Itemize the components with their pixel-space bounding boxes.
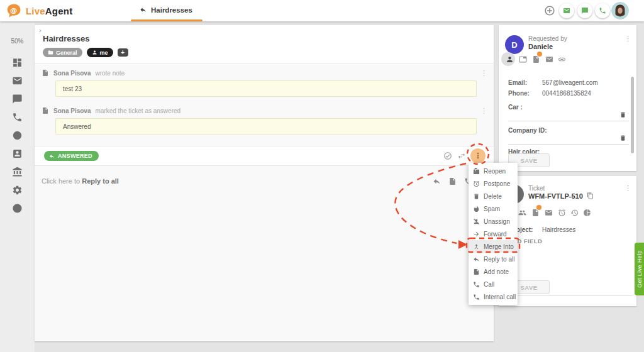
email-value[interactable]: 567@liveagent.com <box>542 79 598 86</box>
tab-hairdresses[interactable]: Hairdresses <box>131 0 201 19</box>
phone-value[interactable]: 00441868135824 <box>542 90 591 97</box>
collapse-chevron[interactable]: › <box>39 26 42 34</box>
message-action: wrote note <box>95 70 125 77</box>
ticket-tab-tickets-icon[interactable] <box>545 209 553 217</box>
company-id-field-input[interactable] <box>508 144 629 145</box>
car-field-label: Car : <box>508 104 523 111</box>
ticket-type-label: Ticket <box>528 185 545 192</box>
requested-by-label: Requested by <box>528 35 567 42</box>
notification-dot <box>537 52 542 57</box>
companies-icon[interactable] <box>12 167 23 177</box>
ticket-title: Hairdresses <box>43 34 89 43</box>
tab-label: Hairdresses <box>151 6 192 14</box>
badge-star-icon[interactable] <box>12 203 23 214</box>
ticket-tab-stats-icon[interactable] <box>583 209 591 217</box>
add-circle-icon <box>544 5 555 16</box>
message-author: Sona Pisova <box>53 107 91 114</box>
chat-icon <box>581 7 589 14</box>
agent-avatar[interactable] <box>611 2 629 19</box>
contact-tab-card-icon[interactable] <box>519 55 527 63</box>
settings-icon[interactable] <box>12 185 23 195</box>
ticket-badges: General me + <box>43 48 128 57</box>
svg-text:@: @ <box>10 6 17 14</box>
message-action: marked the ticket as answered <box>95 107 180 114</box>
trash-icon[interactable] <box>619 135 626 141</box>
car-field-input[interactable] <box>508 121 629 121</box>
message-header: Sona Pisova wrote note ⋮ <box>42 69 487 77</box>
brand-agent: Agent <box>45 6 73 16</box>
trash-icon[interactable] <box>619 111 626 118</box>
transfer-icon[interactable] <box>457 151 466 160</box>
liveagent-logo[interactable]: @ LiveAgent <box>6 3 72 19</box>
add-note-icon[interactable] <box>448 177 457 185</box>
contact-card-scrollbar[interactable] <box>631 77 634 153</box>
left-navigation-rail: 50% <box>0 23 35 352</box>
new-ticket-button[interactable] <box>559 3 574 18</box>
note-icon <box>473 268 480 275</box>
menu-item-delete[interactable]: Delete <box>469 190 518 202</box>
status-badge[interactable]: ANSWERED <box>44 151 99 161</box>
contacts-icon[interactable] <box>12 148 23 159</box>
folder-icon <box>48 50 53 55</box>
contact-tab-links-icon[interactable] <box>558 55 566 63</box>
alarm-icon <box>473 180 480 187</box>
contact-avatar[interactable]: D <box>505 35 524 54</box>
speech-bubble-logo-icon: @ <box>6 3 23 19</box>
menu-item-unassign[interactable]: Unassign <box>469 215 518 228</box>
assignee-badge[interactable]: me <box>87 48 113 57</box>
tickets-icon[interactable] <box>12 75 23 86</box>
menu-item-internal-call[interactable]: Internal call <box>469 290 518 303</box>
message-more-button[interactable]: ⋮ <box>480 106 487 115</box>
new-item-button[interactable] <box>542 3 557 18</box>
trash-icon <box>473 193 480 200</box>
notification-dot <box>536 205 541 210</box>
chats-icon[interactable] <box>12 94 23 104</box>
mailbox-icon <box>473 168 480 175</box>
reply-arrow-icon <box>140 6 147 13</box>
reply-arrow-icon <box>473 256 480 263</box>
add-tag-button[interactable]: + <box>118 48 128 57</box>
ticket-tab-history-icon[interactable] <box>570 209 579 217</box>
menu-item-reply-to-all[interactable]: Reply to all <box>469 253 518 265</box>
reply-hint[interactable]: Click here to Reply to all <box>42 177 119 185</box>
reply-area[interactable]: Click here to Reply to all <box>35 165 494 341</box>
ticket-tab-reminders-icon[interactable] <box>558 209 566 217</box>
resolve-icon[interactable] <box>443 151 452 160</box>
menu-item-merge-into[interactable]: Merge Into <box>469 240 518 253</box>
company-id-field-label: Company ID: <box>508 127 547 134</box>
menu-item-postpone[interactable]: Postpone <box>469 177 518 190</box>
person-off-icon <box>473 218 480 225</box>
message-stream: Sona Pisova wrote note ⋮ test 23 Sona Pi… <box>35 63 494 146</box>
ticket-actions-menu: Reopen Postpone Delete Spam Unassign For… <box>469 163 518 305</box>
phone-icon <box>473 294 480 300</box>
menu-item-call[interactable]: Call <box>469 278 518 290</box>
menu-item-add-note[interactable]: Add note <box>469 265 518 278</box>
dashboard-icon[interactable] <box>12 57 23 68</box>
ticket-panel: › Hairdresses General me + Sona Pisova w… <box>35 25 494 341</box>
usage-percentage: 50% <box>11 38 23 45</box>
forward-arrow-icon <box>473 231 480 238</box>
department-badge[interactable]: General <box>43 48 82 57</box>
ticket-more-actions-button[interactable]: ⋮ <box>470 148 486 163</box>
menu-item-reopen[interactable]: Reopen <box>469 165 518 177</box>
menu-item-forward[interactable]: Forward <box>469 228 518 240</box>
new-chat-button[interactable] <box>577 3 592 18</box>
ticket-more-button[interactable]: ⋮ <box>625 184 631 192</box>
menu-item-spam[interactable]: Spam <box>469 202 518 215</box>
get-live-help-button[interactable]: Get Live Help <box>635 243 644 295</box>
ticket-tab-agents-icon[interactable] <box>518 209 526 217</box>
message-more-button[interactable]: ⋮ <box>480 69 487 77</box>
contact-card: D Requested by Daniele ⋮ Email: 567@live… <box>499 25 636 171</box>
copy-icon[interactable] <box>587 192 594 199</box>
calls-icon[interactable] <box>12 112 23 123</box>
contact-tab-details-icon[interactable] <box>506 55 514 63</box>
social-icon[interactable] <box>12 130 23 141</box>
reply-icon[interactable] <box>433 177 441 185</box>
new-call-button[interactable] <box>595 3 610 18</box>
divider <box>505 295 633 296</box>
merge-icon <box>473 243 480 250</box>
contact-tab-tickets-icon[interactable] <box>545 55 553 63</box>
contact-more-button[interactable]: ⋮ <box>625 35 631 43</box>
subject-value: Hairdresses <box>542 226 575 233</box>
email-label: Email: <box>508 79 527 86</box>
